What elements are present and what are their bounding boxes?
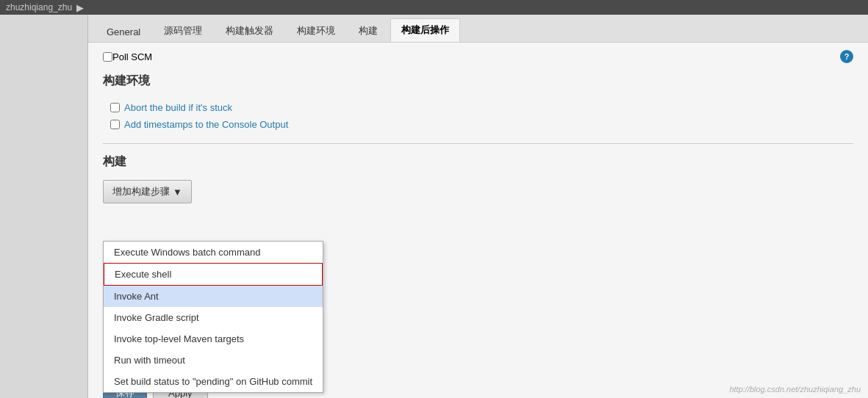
page-content: Poll SCM ? 构建环境 Abort the build if it's … [88, 43, 868, 398]
abort-stuck-label: Abort the build if it's stuck [124, 102, 232, 113]
dropdown-item-execute-windows-batch[interactable]: Execute Windows batch command [104, 242, 323, 263]
left-sidebar [0, 15, 88, 398]
tab-post-build[interactable]: 构建后操作 [390, 18, 460, 42]
watermark-text: http://blog.csdn.net/zhuzhiqiang_zhu [729, 385, 861, 394]
add-timestamps-label: Add timestamps to the Console Output [124, 119, 288, 130]
dropdown-item-invoke-maven[interactable]: Invoke top-level Maven targets [104, 328, 323, 350]
tab-build-env[interactable]: 构建环境 [286, 19, 346, 42]
build-step-dropdown: Execute Windows batch commandExecute she… [103, 241, 323, 393]
dropdown-arrow-icon: ▼ [173, 187, 182, 198]
abort-stuck-row: Abort the build if it's stuck [110, 99, 853, 116]
dropdown-item-set-build-status[interactable]: Set build status to "pending" on GitHub … [104, 371, 323, 392]
dropdown-item-run-with-timeout[interactable]: Run with timeout [104, 350, 323, 371]
build-title: 构建 [103, 154, 853, 173]
poll-scm-container: Poll SCM ? [103, 50, 853, 63]
tab-general[interactable]: General [96, 21, 151, 42]
tabs-bar: General源码管理构建触发器构建环境构建构建后操作 [88, 15, 868, 43]
add-timestamps-row: Add timestamps to the Console Output [110, 116, 853, 133]
add-build-step-button[interactable]: 增加构建步骤 ▼ [103, 180, 192, 203]
add-step-label: 增加构建步骤 [112, 185, 170, 198]
content-area: General源码管理构建触发器构建环境构建构建后操作 Poll SCM ? 构… [88, 15, 868, 398]
tab-build-triggers[interactable]: 构建触发器 [215, 19, 284, 42]
help-icon[interactable]: ? [840, 50, 853, 63]
tab-source-management[interactable]: 源码管理 [153, 19, 213, 42]
dropdown-item-execute-shell[interactable]: Execute shell [104, 263, 323, 286]
topbar-arrow: ▶ [76, 2, 84, 13]
build-env-title: 构建环境 [103, 73, 853, 92]
dropdown-item-invoke-gradle[interactable]: Invoke Gradle script [104, 307, 323, 328]
poll-scm-label: Poll SCM [112, 51, 152, 62]
topbar-text: zhuzhiqiang_zhu [6, 2, 72, 12]
add-timestamps-checkbox[interactable] [110, 120, 120, 129]
tab-build[interactable]: 构建 [348, 19, 389, 42]
abort-stuck-checkbox[interactable] [110, 103, 120, 112]
section-divider [103, 143, 853, 144]
dropdown-item-invoke-ant[interactable]: Invoke Ant [104, 286, 323, 307]
poll-scm-checkbox[interactable] [103, 52, 112, 62]
